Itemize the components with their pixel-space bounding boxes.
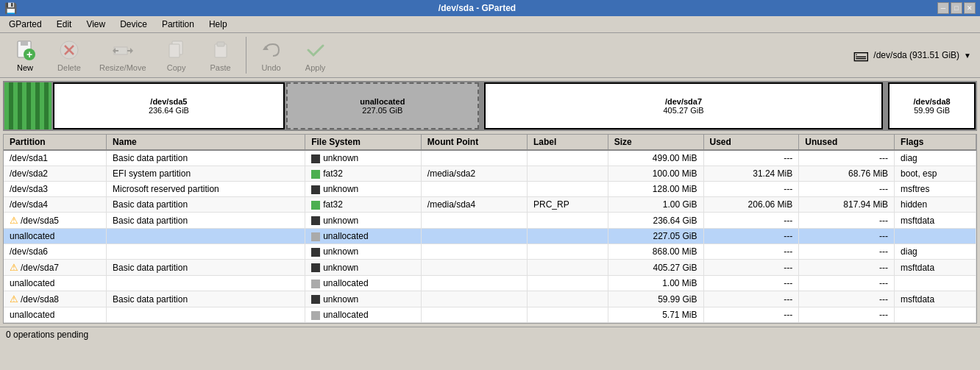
col-unused: Unused <box>799 135 895 150</box>
paste-label: Paste <box>210 63 231 72</box>
pv-sda7-fill: /dev/sda7 405.27 GiB <box>484 82 883 129</box>
window-controls: ─ □ ✕ <box>937 2 976 14</box>
table-row[interactable]: unallocatedunallocated5.71 MiB------ <box>4 307 976 323</box>
device-dropdown-icon[interactable]: ▼ <box>964 51 971 60</box>
table-row[interactable]: /dev/sda2EFI system partitionfat32/media… <box>4 166 976 182</box>
col-name: Name <box>107 135 305 150</box>
window-title: /dev/sda - GParted <box>17 3 937 13</box>
toolbar-separator-1 <box>246 37 246 74</box>
cell-unused: --- <box>799 229 895 244</box>
delete-button[interactable]: Delete <box>47 35 91 76</box>
paste-button[interactable]: Paste <box>199 35 243 76</box>
partition-table: Partition Name File System Mount Point L… <box>3 134 977 324</box>
fs-color-indicator <box>311 185 320 194</box>
pv-sda8-fill: /dev/sda8 59.99 GiB <box>888 82 976 129</box>
undo-button[interactable]: Undo <box>249 35 294 76</box>
cell-partition: ⚠/dev/sda7 <box>4 260 107 276</box>
menu-help[interactable]: Help <box>203 18 233 31</box>
table-row[interactable]: ⚠/dev/sda7Basic data partitionunknown405… <box>4 260 976 276</box>
fs-color-indicator <box>311 154 320 163</box>
maximize-button[interactable]: □ <box>951 2 962 14</box>
menu-device[interactable]: Device <box>114 18 153 31</box>
cell-used: 206.06 MiB <box>703 197 799 213</box>
menu-edit[interactable]: Edit <box>51 18 78 31</box>
statusbar: 0 operations pending <box>0 327 980 342</box>
cell-label: PRC_RP <box>528 197 608 213</box>
pv-sda8[interactable]: /dev/sda8 59.99 GiB <box>888 82 976 129</box>
table-row[interactable]: /dev/sda4Basic data partitionfat32/media… <box>4 197 976 213</box>
titlebar: 💾 /dev/sda - GParted ─ □ ✕ <box>0 0 980 16</box>
menu-view[interactable]: View <box>80 18 111 31</box>
delete-label: Delete <box>57 63 81 72</box>
cell-name <box>107 307 305 323</box>
apply-button[interactable]: Apply <box>294 35 338 76</box>
cell-flags: msftdata <box>895 260 976 276</box>
cell-label <box>528 166 608 182</box>
cell-mount <box>421 150 527 166</box>
cell-name: Microsoft reserved partition <box>107 182 305 197</box>
pv-unallocated[interactable]: unallocated 227.05 GiB <box>286 82 480 129</box>
cell-unused: 817.94 MiB <box>799 197 895 213</box>
table-row[interactable]: /dev/sda6unknown868.00 MiB------diag <box>4 244 976 260</box>
cell-partition: /dev/sda2 <box>4 166 107 182</box>
apply-label: Apply <box>305 63 326 72</box>
cell-partition: /dev/sda4 <box>4 197 107 213</box>
col-flags: Flags <box>895 135 976 150</box>
fs-color-indicator <box>311 263 320 272</box>
table-row[interactable]: unallocatedunallocated227.05 GiB------ <box>4 229 976 244</box>
new-icon: + <box>13 38 37 62</box>
cell-size: 59.99 GiB <box>608 291 703 307</box>
col-mountpoint: Mount Point <box>421 135 527 150</box>
pv-unallocated-fill: unallocated 227.05 GiB <box>286 82 479 129</box>
apply-icon <box>304 38 327 62</box>
cell-label <box>528 260 608 276</box>
cell-filesystem: unknown <box>305 291 422 307</box>
cell-partition: unallocated <box>4 276 107 291</box>
cell-label <box>528 291 608 307</box>
cell-unused: --- <box>799 213 895 229</box>
device-icon: 🖴 <box>853 46 869 65</box>
cell-unused: --- <box>799 307 895 323</box>
paste-icon <box>209 38 232 62</box>
cell-unused: --- <box>799 244 895 260</box>
close-button[interactable]: ✕ <box>964 2 976 14</box>
cell-partition: /dev/sda3 <box>4 182 107 197</box>
cell-filesystem: fat32 <box>305 197 422 213</box>
table-row[interactable]: unallocatedunallocated1.00 MiB------ <box>4 276 976 291</box>
table-row[interactable]: /dev/sda1Basic data partitionunknown499.… <box>4 150 976 166</box>
cell-label <box>528 307 608 323</box>
pv-sda5[interactable]: /dev/sda5 236.64 GiB <box>53 82 286 129</box>
cell-partition: /dev/sda6 <box>4 244 107 260</box>
toolbar: + New Delete Resize/Move <box>0 33 980 78</box>
menu-gparted[interactable]: GParted <box>3 18 48 31</box>
cell-label <box>528 276 608 291</box>
cell-mount <box>421 291 527 307</box>
pv-sda7[interactable]: /dev/sda7 405.27 GiB <box>484 82 884 129</box>
cell-label <box>528 182 608 197</box>
minimize-button[interactable]: ─ <box>937 2 949 14</box>
menu-partition[interactable]: Partition <box>156 18 200 31</box>
fs-color-indicator <box>311 216 320 225</box>
table-row[interactable]: /dev/sda3Microsoft reserved partitionunk… <box>4 182 976 197</box>
new-button[interactable]: + New <box>3 35 47 76</box>
warning-icon: ⚠ <box>10 215 18 226</box>
warning-icon: ⚠ <box>10 262 18 273</box>
cell-label <box>528 150 608 166</box>
cell-mount <box>421 229 527 244</box>
col-used: Used <box>703 135 799 150</box>
copy-button[interactable]: Copy <box>155 35 199 76</box>
pv-unallocated-size: 227.05 GiB <box>362 106 402 115</box>
cell-name: Basic data partition <box>107 291 305 307</box>
table-row[interactable]: ⚠/dev/sda8Basic data partitionunknown59.… <box>4 291 976 307</box>
cell-mount <box>421 213 527 229</box>
device-selector[interactable]: 🖴 /dev/sda (931.51 GiB) ▼ <box>847 46 977 65</box>
pv-sda5-fill: /dev/sda5 236.64 GiB <box>53 82 285 129</box>
cell-flags: boot, esp <box>895 166 976 182</box>
table-row[interactable]: ⚠/dev/sda5Basic data partitionunknown236… <box>4 213 976 229</box>
resize-button[interactable]: Resize/Move <box>91 35 155 76</box>
cell-unused: 68.76 MiB <box>799 166 895 182</box>
new-label: New <box>17 63 33 72</box>
fs-color-indicator <box>311 295 320 304</box>
pv-left-stripe[interactable] <box>4 82 53 129</box>
cell-mount: /media/sda4 <box>421 197 527 213</box>
